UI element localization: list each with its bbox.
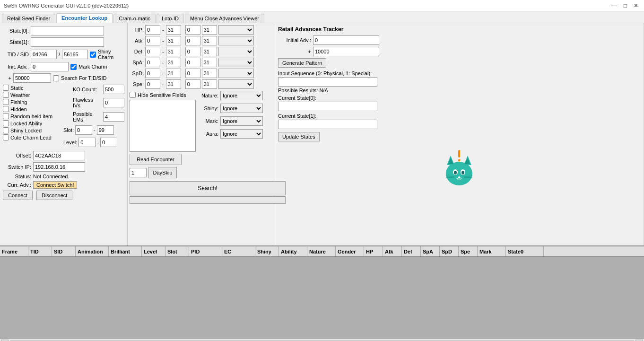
minimize-button[interactable]: —	[609, 2, 619, 9]
spe-max2[interactable]	[202, 79, 217, 89]
spd-max[interactable]	[166, 69, 181, 78]
update-states-button[interactable]: Update States	[278, 132, 320, 141]
tab-loto-id[interactable]: Loto-ID	[157, 14, 184, 23]
atk-max[interactable]	[166, 36, 181, 45]
plus-input[interactable]: 50000	[13, 73, 51, 83]
mark-label: Mark:	[200, 118, 218, 124]
shiny-select[interactable]: Ignore	[220, 104, 263, 113]
nature-select[interactable]: Ignore	[220, 91, 263, 100]
mark-charm-checkbox[interactable]	[70, 64, 77, 70]
possible-ems-input[interactable]: 4	[103, 112, 124, 122]
spe-select[interactable]	[218, 79, 254, 89]
state0-input[interactable]	[31, 26, 104, 35]
input-seq-input[interactable]	[278, 77, 377, 87]
cute-charm-checkbox[interactable]	[3, 134, 9, 140]
tracker-plus-input[interactable]: 10000	[313, 47, 379, 56]
mark-charm-label: Mark Charm	[78, 64, 107, 70]
random-held-item-checkbox[interactable]	[3, 113, 9, 119]
svg-point-0	[446, 162, 472, 185]
atk-min[interactable]	[145, 36, 160, 45]
level-max-input[interactable]	[100, 138, 117, 147]
dayskip-button[interactable]: DaySkip	[148, 167, 177, 178]
hide-sensitive-label: Hide Sensitive Fields	[138, 92, 186, 98]
tab-cram-o-matic[interactable]: Cram-o-matic	[113, 14, 156, 23]
svg-point-15	[458, 159, 460, 162]
spd-min[interactable]	[145, 69, 160, 78]
dayskip-number[interactable]	[130, 168, 147, 177]
window-controls[interactable]: — □ ✕	[609, 2, 640, 9]
slot-dash: -	[94, 127, 96, 133]
ko-count-input[interactable]: 500	[103, 85, 124, 94]
slot-min-input[interactable]	[75, 125, 92, 135]
hide-sensitive-checkbox[interactable]	[130, 92, 136, 98]
sid-input[interactable]: 56165	[62, 50, 88, 59]
spa-min2[interactable]	[185, 58, 200, 67]
table-header-def: Def	[402, 246, 421, 256]
def-max2[interactable]	[202, 47, 217, 56]
atk-select[interactable]	[218, 36, 254, 45]
spd-max2[interactable]	[202, 69, 217, 78]
shiny-locked-checkbox[interactable]	[3, 127, 9, 133]
init-adv-input[interactable]: 0	[31, 62, 69, 71]
spd-min2[interactable]	[185, 69, 200, 78]
hp-max2[interactable]	[202, 25, 217, 35]
slot-max-input[interactable]	[97, 125, 114, 135]
slot-label: Slot:	[63, 127, 74, 133]
state1-input[interactable]	[31, 37, 104, 47]
spd-select[interactable]	[218, 69, 254, 78]
generate-pattern-button[interactable]: Generate Pattern	[278, 58, 326, 68]
current-state1-input[interactable]	[278, 120, 377, 129]
atk-max2[interactable]	[202, 36, 217, 45]
tracker-title: Retail Advances Tracker	[278, 26, 640, 33]
offset-input[interactable]: 4C2AAC18	[33, 151, 85, 160]
def-max[interactable]	[166, 47, 181, 56]
offset-label: Offset:	[3, 153, 31, 158]
scrollbar-horizontal[interactable]: ◀ ▶	[0, 339, 644, 341]
current-state1-label: Current State[1]:	[278, 113, 640, 119]
tab-retail-seed-finder[interactable]: Retail Seed Finder	[2, 14, 55, 23]
tid-input[interactable]: 04266	[31, 50, 57, 59]
flawless-ivs-input[interactable]: 0	[103, 98, 124, 107]
aura-select[interactable]: Ignore	[220, 129, 263, 139]
level-min-input[interactable]	[78, 138, 96, 147]
static-checkbox[interactable]	[3, 85, 9, 91]
disconnect-button[interactable]: Disconnect	[36, 191, 72, 200]
scroll-right-button[interactable]: ▶	[635, 340, 643, 341]
tab-encounter-lookup[interactable]: Encounter Lookup	[56, 13, 113, 23]
spa-max[interactable]	[166, 58, 181, 67]
spa-max2[interactable]	[202, 58, 217, 67]
def-min[interactable]	[145, 47, 160, 56]
hp-max[interactable]	[166, 25, 181, 35]
hidden-checkbox[interactable]	[3, 106, 9, 112]
def-select[interactable]	[218, 47, 254, 56]
current-state0-input[interactable]	[278, 102, 377, 111]
status-value: Not Connected.	[33, 174, 69, 179]
search-button[interactable]: Search!	[130, 181, 286, 195]
hp-min[interactable]	[145, 25, 160, 35]
spe-max[interactable]	[166, 79, 181, 89]
spa-min[interactable]	[145, 58, 160, 67]
maximize-button[interactable]: □	[622, 2, 629, 9]
tab-menu-close[interactable]: Menu Close Advances Viewer	[185, 14, 264, 23]
hp-select[interactable]	[218, 25, 254, 35]
curr-adv-label: Curr. Adv.:	[3, 182, 31, 188]
shiny-charm-checkbox[interactable]	[90, 52, 96, 58]
mark-select[interactable]: Ignore	[220, 116, 263, 126]
scroll-left-button[interactable]: ◀	[1, 340, 9, 341]
connect-button[interactable]: Connect	[3, 191, 33, 200]
locked-ability-checkbox[interactable]	[3, 120, 9, 126]
search-tidsid-checkbox[interactable]	[53, 75, 59, 81]
hp-min2[interactable]	[185, 25, 200, 35]
cute-charm-label: Cute Charm Lead	[10, 135, 52, 140]
initial-adv-input[interactable]: 0	[313, 35, 379, 45]
switch-ip-input[interactable]: 192.168.0.16	[33, 162, 85, 172]
atk-min2[interactable]	[185, 36, 200, 45]
fishing-checkbox[interactable]	[3, 99, 9, 105]
spa-select[interactable]	[218, 58, 254, 67]
def-min2[interactable]	[185, 47, 200, 56]
weather-checkbox[interactable]	[3, 92, 9, 98]
spe-min[interactable]	[145, 79, 160, 89]
spe-min2[interactable]	[185, 79, 200, 89]
read-encounter-button[interactable]: Read Encounter	[130, 154, 182, 165]
close-button[interactable]: ✕	[632, 2, 640, 9]
